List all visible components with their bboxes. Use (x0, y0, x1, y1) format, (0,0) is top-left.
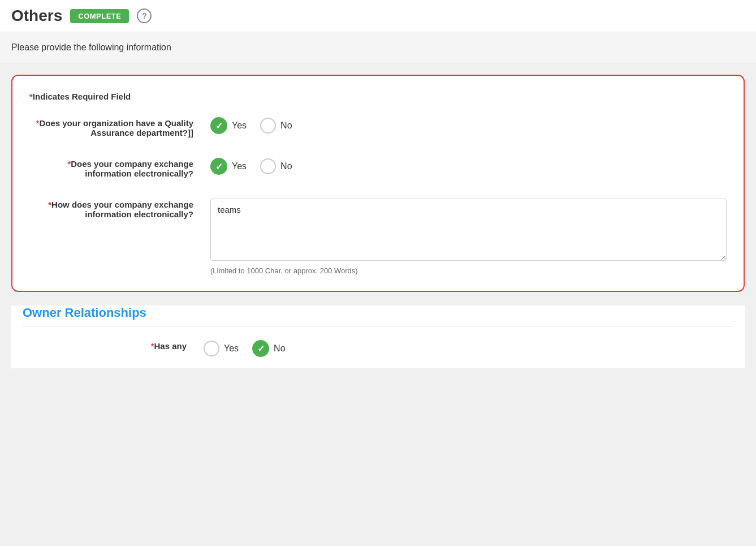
controls-exchange: Yes No (210, 158, 727, 175)
radio-has-any-yes[interactable]: Yes (204, 341, 239, 356)
radio-unchecked-icon-exchange-no (260, 158, 276, 174)
info-bar: Please provide the following information (0, 32, 756, 63)
label-how-exchange: *How does your company exchange informat… (29, 199, 210, 219)
owner-section: Owner Relationships *Has any Yes No (11, 306, 745, 368)
complete-badge: COMPLETE (70, 9, 129, 23)
char-limit-note: (Limited to 1000 Char. or approx. 200 Wo… (210, 266, 727, 275)
radio-exchange-no[interactable]: No (260, 158, 292, 174)
page-title: Others (11, 7, 62, 25)
form-row-qa: *Does your organization have a Quality A… (29, 117, 727, 137)
controls-qa: Yes No (210, 117, 727, 134)
info-text: Please provide the following information (11, 42, 171, 52)
controls-has-any: Yes No (204, 340, 733, 357)
exchange-textarea[interactable]: teams (210, 199, 727, 261)
label-exchange: *Does your company exchange information … (29, 158, 210, 178)
radio-exchange-yes[interactable]: Yes (210, 158, 247, 175)
radio-checked-icon-qa-yes (210, 117, 227, 134)
required-note: *Indicates Required Field (29, 92, 727, 101)
header: Others COMPLETE ? (0, 0, 756, 32)
form-section: *Indicates Required Field *Does your org… (11, 75, 745, 292)
radio-checked-icon-exchange-yes (210, 158, 227, 175)
main-content: *Indicates Required Field *Does your org… (0, 63, 756, 380)
owner-section-title: Owner Relationships (23, 306, 733, 326)
form-row-has-any: *Has any Yes No (23, 340, 733, 357)
label-yes-exchange: Yes (232, 161, 247, 171)
radio-qa-yes[interactable]: Yes (210, 117, 247, 134)
radio-qa-no[interactable]: No (260, 118, 292, 134)
radio-checked-icon-has-any-no (252, 340, 269, 357)
label-no-qa: No (280, 121, 292, 131)
radio-unchecked-icon-qa-no (260, 118, 276, 134)
label-no-exchange: No (280, 161, 292, 171)
help-icon[interactable]: ? (137, 8, 152, 23)
textarea-wrapper: teams (Limited to 1000 Char. or approx. … (210, 199, 727, 275)
radio-unchecked-icon-has-any-yes (204, 341, 219, 356)
controls-how-exchange: teams (Limited to 1000 Char. or approx. … (210, 199, 727, 275)
label-yes-has-any: Yes (224, 343, 239, 354)
label-has-any: *Has any (23, 340, 204, 351)
label-qa: *Does your organization have a Quality A… (29, 117, 210, 137)
radio-has-any-no[interactable]: No (252, 340, 285, 357)
label-no-has-any: No (274, 343, 285, 354)
form-row-exchange: *Does your company exchange information … (29, 158, 727, 178)
form-row-how-exchange: *How does your company exchange informat… (29, 199, 727, 275)
label-yes-qa: Yes (232, 121, 247, 131)
